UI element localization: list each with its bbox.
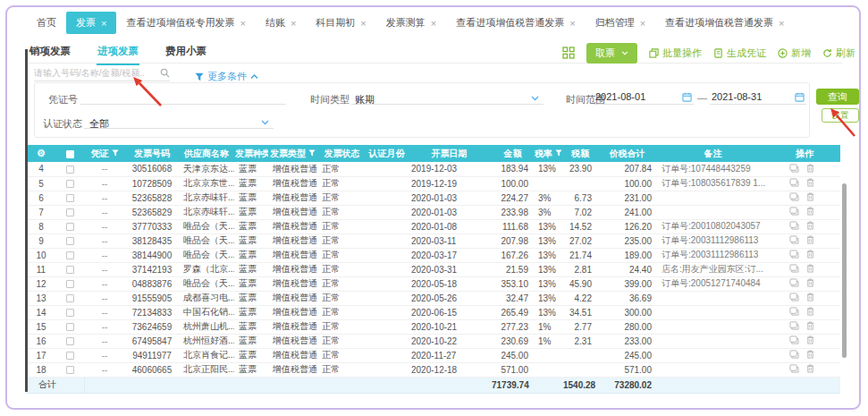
- column-filter-icon[interactable]: [308, 149, 316, 157]
- auth-status-value[interactable]: 全部: [89, 117, 109, 131]
- delete-row-icon[interactable]: [806, 178, 814, 189]
- tab-0[interactable]: 首页: [27, 12, 66, 34]
- calendar-icon[interactable]: [795, 92, 805, 102]
- tab-1[interactable]: 发票×: [66, 12, 116, 34]
- row-checkbox[interactable]: [66, 237, 74, 245]
- header-kind[interactable]: 发票种类: [234, 145, 268, 162]
- row-checkbox[interactable]: [66, 294, 74, 302]
- tab-7[interactable]: 归档管理×: [586, 12, 655, 34]
- delete-row-icon[interactable]: [806, 207, 814, 217]
- tab-8[interactable]: 查看进项增值税普通发票×: [655, 12, 794, 34]
- column-filter-icon[interactable]: [112, 149, 119, 157]
- row-checkbox[interactable]: [66, 280, 74, 288]
- generate-voucher-row-icon[interactable]: [789, 207, 799, 217]
- delete-row-icon[interactable]: [806, 235, 814, 246]
- header-voucher[interactable]: 凭证: [84, 145, 125, 162]
- delete-row-icon[interactable]: [806, 364, 814, 375]
- tab-close-icon[interactable]: ×: [569, 18, 575, 29]
- subtab-1[interactable]: 进项发票: [97, 41, 139, 62]
- voucher-no-input[interactable]: [80, 89, 286, 105]
- generate-voucher-row-icon[interactable]: [789, 321, 799, 332]
- generate-voucher-row-icon[interactable]: [789, 250, 799, 260]
- tab-3[interactable]: 结账×: [256, 12, 306, 34]
- delete-row-icon[interactable]: [806, 350, 814, 361]
- generate-voucher-row-icon[interactable]: [789, 221, 799, 232]
- search-input[interactable]: [34, 68, 156, 78]
- delete-row-icon[interactable]: [806, 221, 814, 232]
- tab-close-icon[interactable]: ×: [291, 18, 296, 29]
- table-scrollbar[interactable]: [842, 183, 847, 358]
- date-from-field[interactable]: 2021-08-01: [594, 89, 694, 105]
- calendar-icon[interactable]: [682, 92, 692, 102]
- refresh-button[interactable]: 刷新: [822, 47, 855, 60]
- generate-voucher-row-icon[interactable]: [789, 235, 799, 246]
- grid-view-icon[interactable]: [562, 47, 575, 59]
- row-checkbox[interactable]: [66, 352, 74, 360]
- auth-status-chevron-icon[interactable]: [261, 120, 269, 125]
- column-filter-icon[interactable]: [555, 149, 562, 157]
- time-type-chevron-icon[interactable]: [531, 96, 539, 101]
- row-checkbox[interactable]: [66, 208, 74, 216]
- row-checkbox[interactable]: [66, 194, 74, 202]
- row-checkbox[interactable]: [66, 337, 74, 345]
- delete-row-icon[interactable]: [806, 307, 814, 318]
- row-checkbox[interactable]: [66, 223, 74, 231]
- delete-row-icon[interactable]: [806, 164, 814, 174]
- generate-voucher-row-icon[interactable]: [789, 164, 799, 174]
- tab-close-icon[interactable]: ×: [779, 18, 784, 29]
- row-checkbox[interactable]: [66, 309, 74, 317]
- row-checkbox[interactable]: [66, 180, 74, 188]
- add-button[interactable]: 新增: [778, 47, 811, 60]
- delete-row-icon[interactable]: [806, 293, 814, 303]
- search-icon[interactable]: [160, 68, 170, 78]
- row-checkbox[interactable]: [66, 251, 74, 259]
- batch-operations-button[interactable]: 批量操作: [649, 47, 702, 60]
- row-checkbox[interactable]: [66, 323, 74, 331]
- header-select-all[interactable]: [55, 145, 84, 162]
- subtab-0[interactable]: 销项发票: [29, 41, 72, 62]
- tab-5[interactable]: 发票测算×: [376, 12, 446, 34]
- generate-voucher-row-icon[interactable]: [789, 293, 799, 303]
- generate-voucher-row-icon[interactable]: [789, 335, 799, 346]
- delete-row-icon[interactable]: [806, 278, 814, 289]
- generate-voucher-row-icon[interactable]: [789, 278, 799, 289]
- tab-2[interactable]: 查看进项增值税专用发票×: [116, 12, 255, 34]
- table-settings-icon[interactable]: ⚙: [37, 148, 46, 158]
- select-all-checkbox[interactable]: [66, 150, 74, 158]
- generate-voucher-row-icon[interactable]: [789, 350, 799, 361]
- fetch-invoice-button[interactable]: 取票: [586, 43, 637, 64]
- tab-4[interactable]: 科目期初×: [306, 12, 375, 34]
- generate-voucher-row-icon[interactable]: [789, 192, 799, 203]
- generate-voucher-row-icon[interactable]: [789, 364, 799, 375]
- more-filters-link[interactable]: 更多条件: [195, 70, 258, 83]
- delete-row-icon[interactable]: [806, 250, 814, 260]
- tab-close-icon[interactable]: ×: [101, 18, 106, 29]
- delete-row-icon[interactable]: [806, 264, 814, 275]
- header-type[interactable]: 发票类型: [268, 145, 317, 162]
- tab-6[interactable]: 查看进项增值税普通发票×: [446, 12, 585, 34]
- time-type-select[interactable]: [351, 89, 544, 105]
- tab-close-icon[interactable]: ×: [431, 18, 436, 29]
- generate-voucher-row-icon[interactable]: [789, 307, 799, 318]
- query-button[interactable]: 查询: [816, 89, 859, 105]
- delete-row-icon[interactable]: [806, 192, 814, 203]
- date-to-field[interactable]: 2021-08-31: [710, 89, 806, 105]
- row-checkbox[interactable]: [66, 266, 74, 274]
- generate-voucher-row-icon[interactable]: [789, 178, 799, 189]
- row-checkbox[interactable]: [66, 166, 74, 174]
- row-checkbox[interactable]: [66, 366, 74, 374]
- delete-row-icon[interactable]: [806, 335, 814, 346]
- tab-close-icon[interactable]: ×: [360, 18, 366, 29]
- settings-button[interactable]: 设置: [822, 108, 859, 123]
- generate-voucher-row-icon[interactable]: [789, 264, 799, 275]
- tab-close-icon[interactable]: ×: [640, 18, 645, 29]
- subtab-2[interactable]: 费用小票: [164, 41, 207, 62]
- tab-close-icon[interactable]: ×: [240, 18, 245, 29]
- auth-status-select[interactable]: [84, 114, 274, 129]
- cell-note: 店名:用友产业园东区:订...: [657, 262, 769, 276]
- generate-voucher-button[interactable]: 生成凭证: [713, 47, 766, 60]
- delete-row-icon[interactable]: [806, 321, 814, 332]
- header-rate[interactable]: 税率: [534, 145, 563, 162]
- header-settings[interactable]: ⚙: [27, 145, 55, 162]
- time-type-value[interactable]: 账期: [355, 93, 375, 106]
